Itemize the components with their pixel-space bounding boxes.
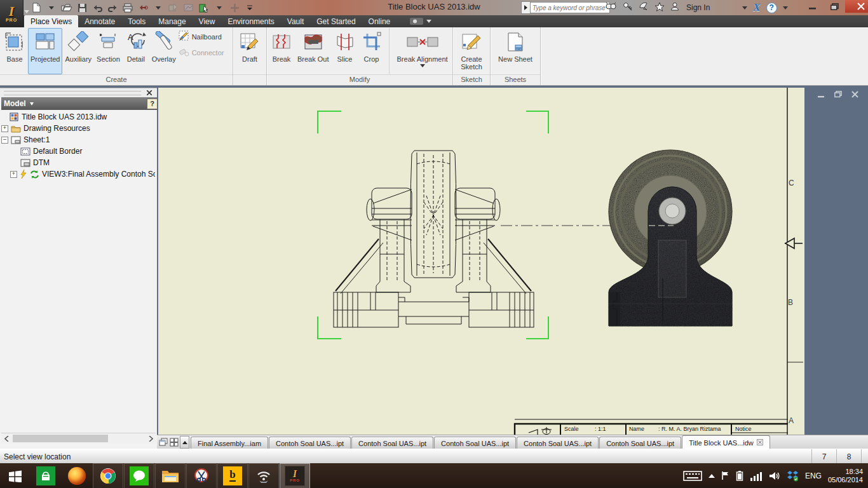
collapse-icon[interactable]: – [1, 137, 8, 144]
touch-keyboard-icon[interactable] [683, 470, 702, 482]
break-out-button[interactable]: Break Out [295, 28, 332, 74]
material-button[interactable] [229, 2, 240, 13]
dropbox-icon[interactable] [787, 470, 799, 482]
help-icon[interactable]: ? [766, 3, 777, 13]
scroll-right-icon[interactable] [146, 434, 156, 443]
create-sketch-button[interactable]: Create Sketch [454, 28, 489, 74]
browser-header-dropdown-icon[interactable] [30, 102, 34, 105]
tree-item-default-border[interactable]: Default Border [1, 146, 155, 157]
document-tab-active[interactable]: Title Block UAS...idw [682, 435, 770, 449]
document-tab[interactable]: Contoh Soal UAS...ipt [517, 437, 599, 449]
taskbar-item-bing[interactable]: b [217, 463, 248, 488]
browser-grip[interactable] [0, 88, 156, 97]
break-button[interactable]: Break [268, 28, 295, 74]
new-file-button[interactable] [31, 2, 42, 13]
tree-item-document[interactable]: Title Block UAS 2013.idw [1, 111, 155, 123]
hidden-icons-chevron[interactable] [709, 474, 715, 478]
qat-customize-dropdown-icon[interactable] [244, 2, 255, 13]
undo-button[interactable] [92, 2, 103, 13]
new-sheet-button[interactable]: New Sheet [496, 28, 535, 74]
taskbar-item-chrome[interactable] [93, 463, 123, 488]
taskbar-item-line[interactable] [124, 463, 154, 488]
volume-icon[interactable] [769, 471, 780, 481]
sign-in-button[interactable]: Sign In [686, 3, 710, 12]
taskbar-item-file-explorer[interactable] [155, 463, 186, 488]
scroll-left-icon[interactable] [1, 434, 11, 443]
browser-close-icon[interactable] [145, 89, 154, 97]
group-label-create[interactable]: Create [0, 74, 233, 85]
sign-in-dropdown-icon[interactable] [742, 6, 747, 10]
taskbar-item-snipping-tool[interactable] [186, 463, 217, 488]
browser-header[interactable]: Model ? [1, 97, 160, 110]
language-indicator[interactable]: ENG [805, 471, 822, 480]
taskbar-item-connectify[interactable] [248, 463, 279, 488]
exchange-apps-icon[interactable]: X [753, 1, 760, 14]
search-icon[interactable] [605, 2, 617, 13]
save-button[interactable] [76, 2, 88, 13]
application-menu-dropdown-icon[interactable] [24, 10, 29, 13]
minimize-document-button[interactable] [817, 90, 827, 98]
group-label-modify[interactable]: Modify [267, 74, 452, 85]
tab-view[interactable]: View [193, 15, 222, 27]
cascade-windows-icon[interactable] [158, 438, 168, 447]
tree-item-sheet1[interactable]: – Sheet:1 [1, 134, 155, 146]
section-view-button[interactable]: Section [94, 28, 123, 74]
detail-view-button[interactable]: A Detail [123, 28, 149, 74]
communication-center-icon[interactable] [639, 2, 649, 13]
break-alignment-button[interactable]: Break Alignment [389, 28, 456, 74]
search-input[interactable] [531, 2, 610, 13]
tree-item-view3[interactable]: + VIEW3:Final Assembly Contoh So [1, 168, 155, 180]
open-button[interactable] [61, 2, 72, 13]
tree-item-dtm[interactable]: DTM [1, 157, 155, 168]
tab-annotate[interactable]: Annotate [78, 15, 121, 27]
taskbar-item-inventor[interactable]: I PRO [280, 463, 310, 488]
return-dropdown-icon[interactable] [153, 2, 164, 13]
tree-item-drawing-resources[interactable]: + Drawing Resources [1, 123, 155, 134]
document-tab[interactable]: Contoh Soal UAS...ipt [599, 437, 681, 449]
redo-button[interactable] [107, 2, 118, 13]
scrollbar-thumb[interactable] [13, 435, 108, 442]
print-button[interactable] [122, 2, 133, 13]
close-window-button[interactable] [845, 0, 868, 13]
tab-get-started[interactable]: Get Started [310, 15, 362, 27]
taskbar-item-store[interactable] [31, 463, 61, 488]
refresh-button[interactable] [183, 2, 194, 13]
start-button[interactable] [0, 463, 31, 488]
document-tab[interactable]: Contoh Soal UAS...ipt [269, 437, 351, 449]
network-signal-icon[interactable] [750, 471, 763, 481]
taskbar-item-firefox[interactable] [62, 463, 92, 488]
ribbon-display-options[interactable] [410, 17, 431, 25]
update-button[interactable] [168, 2, 179, 13]
group-label-sketch[interactable]: Sketch [453, 74, 490, 85]
base-view-button[interactable]: Base [1, 28, 28, 74]
document-tab[interactable]: Final Assembly...iam [191, 437, 268, 449]
close-document-button[interactable] [850, 90, 860, 98]
help-dropdown-icon[interactable] [783, 6, 788, 10]
document-tab[interactable]: Contoh Soal UAS...ipt [351, 437, 433, 449]
tab-manage[interactable]: Manage [152, 15, 192, 27]
group-label-sheets[interactable]: Sheets [491, 74, 540, 85]
favorites-star-icon[interactable] [654, 2, 665, 14]
return-button[interactable] [137, 2, 149, 13]
select-button[interactable] [198, 2, 210, 13]
tab-place-views[interactable]: Place Views [24, 15, 78, 27]
minimize-window-button[interactable] [802, 0, 824, 13]
expand-icon[interactable]: + [1, 125, 8, 132]
tab-online[interactable]: Online [362, 15, 397, 27]
tab-environments[interactable]: Environments [221, 15, 280, 27]
connector-button[interactable]: Connector [179, 46, 224, 58]
draft-view-button[interactable]: Draft [236, 28, 263, 74]
restore-window-button[interactable] [824, 0, 845, 13]
application-menu-button[interactable]: I PRO [0, 0, 24, 27]
projected-view-button[interactable]: Projected [28, 28, 62, 74]
battery-icon[interactable] [736, 470, 743, 481]
front-view-drawing[interactable] [334, 151, 534, 327]
side-view-shaded[interactable] [609, 150, 732, 326]
browser-horizontal-scrollbar[interactable] [1, 433, 156, 444]
restore-document-button[interactable] [833, 90, 843, 98]
crop-button[interactable]: Crop [358, 28, 385, 74]
tile-windows-icon[interactable] [169, 438, 179, 447]
key-icon[interactable] [623, 2, 633, 13]
clock[interactable]: 18:3405/06/2014 [828, 468, 863, 484]
new-file-dropdown-icon[interactable] [46, 2, 57, 13]
